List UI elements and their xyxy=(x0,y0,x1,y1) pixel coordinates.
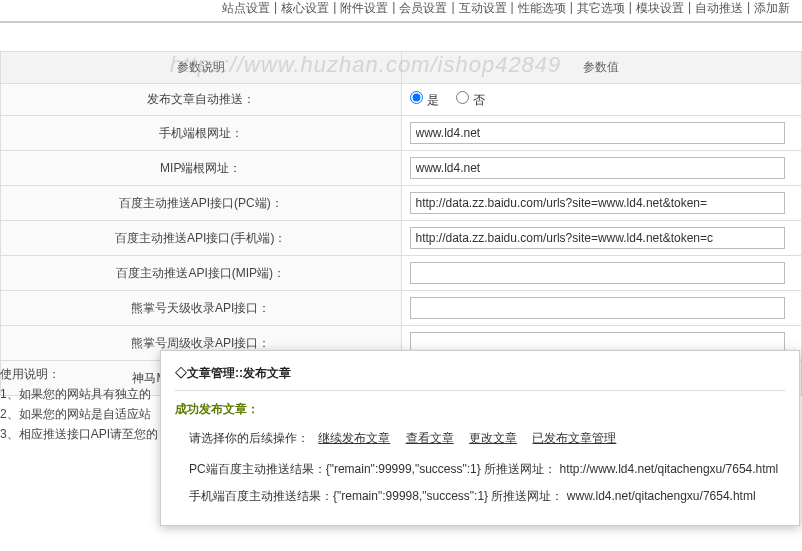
xiongzhang-daily-input[interactable] xyxy=(410,297,786,319)
result-line-mobile: 手机端百度主动推送结果：{"remain":99998,"success":1}… xyxy=(189,488,785,505)
nav-item[interactable]: 站点设置 xyxy=(220,0,272,17)
row-label: 百度主动推送API接口(PC端)： xyxy=(1,186,402,221)
result-line-pc: PC端百度主动推送结果：{"remain":99999,"success":1}… xyxy=(189,461,785,478)
op-published-manage[interactable]: 已发布文章管理 xyxy=(532,431,616,445)
popup-ops: 请选择你的后续操作： 继续发布文章 查看文章 更改文章 已发布文章管理 xyxy=(189,430,785,447)
nav-item[interactable]: 自动推送 xyxy=(693,0,745,17)
row-label: 手机端根网址： xyxy=(1,116,402,151)
nav-item[interactable]: 其它选项 xyxy=(575,0,627,17)
row-label: 熊掌号天级收录API接口： xyxy=(1,291,402,326)
usage-help: 使用说明： 1、如果您的网站具有独立的 2、如果您的网站是自适应站 3、相应推送… xyxy=(0,360,160,444)
help-title: 使用说明： xyxy=(0,364,160,384)
popup-title: ◇文章管理::发布文章 xyxy=(175,361,785,391)
top-nav: 站点设置| 核心设置| 附件设置| 会员设置| 互动设置| 性能选项| 其它选项… xyxy=(0,0,802,23)
nav-item[interactable]: 性能选项 xyxy=(516,0,568,17)
row-label: MIP端根网址： xyxy=(1,151,402,186)
col-param-label: 参数说明 xyxy=(1,52,402,84)
baidu-api-pc-input[interactable] xyxy=(410,192,786,214)
nav-item[interactable]: 附件设置 xyxy=(338,0,390,17)
help-line: 3、相应推送接口API请至您的 xyxy=(0,424,160,444)
popup-success: 成功发布文章： xyxy=(175,401,785,418)
radio-yes[interactable]: 是 xyxy=(410,93,439,107)
col-param-value: 参数值 xyxy=(401,52,802,84)
op-view-article[interactable]: 查看文章 xyxy=(406,431,454,445)
ops-prefix: 请选择你的后续操作： xyxy=(189,431,309,445)
auto-push-radio: 是 否 xyxy=(401,84,802,116)
op-edit-article[interactable]: 更改文章 xyxy=(469,431,517,445)
help-line: 2、如果您的网站是自适应站 xyxy=(0,404,160,424)
op-continue-publish[interactable]: 继续发布文章 xyxy=(318,431,390,445)
nav-item[interactable]: 会员设置 xyxy=(397,0,449,17)
nav-item[interactable]: 核心设置 xyxy=(279,0,331,17)
row-label: 发布文章自动推送： xyxy=(1,84,402,116)
baidu-api-mip-input[interactable] xyxy=(410,262,786,284)
nav-item[interactable]: 互动设置 xyxy=(457,0,509,17)
mip-root-input[interactable] xyxy=(410,157,786,179)
mobile-root-input[interactable] xyxy=(410,122,786,144)
publish-result-popup: ◇文章管理::发布文章 成功发布文章： 请选择你的后续操作： 继续发布文章 查看… xyxy=(160,350,800,526)
row-label: 百度主动推送API接口(MIP端)： xyxy=(1,256,402,291)
nav-item[interactable]: 模块设置 xyxy=(634,0,686,17)
settings-table: 参数说明 参数值 发布文章自动推送： 是 否 手机端根网址： MIP端根网址： … xyxy=(0,51,802,396)
baidu-api-mobile-input[interactable] xyxy=(410,227,786,249)
row-label: 百度主动推送API接口(手机端)： xyxy=(1,221,402,256)
nav-item[interactable]: 添加新 xyxy=(752,0,792,17)
help-line: 1、如果您的网站具有独立的 xyxy=(0,384,160,404)
radio-no[interactable]: 否 xyxy=(456,93,485,107)
